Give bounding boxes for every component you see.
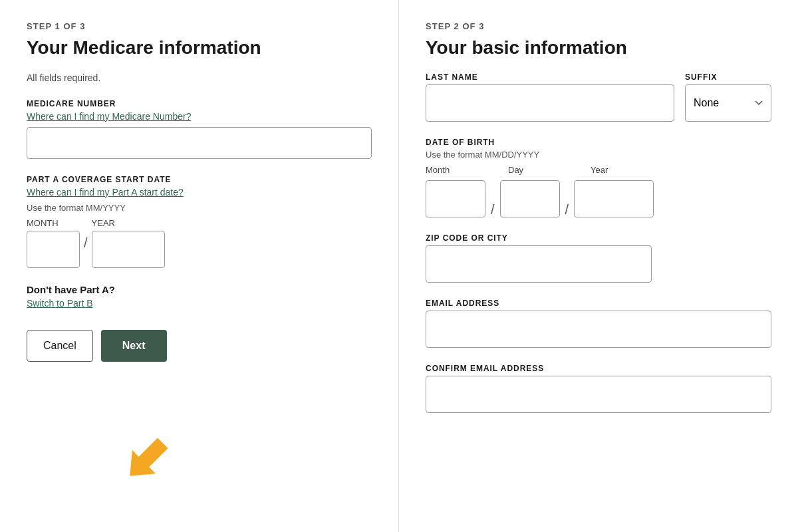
confirm-email-input[interactable] [426, 376, 771, 413]
date-separator-1: / [84, 235, 88, 251]
part-a-month-col: MONTH [27, 218, 80, 268]
dob-label: DATE OF BIRTH [426, 138, 771, 147]
dob-separator-2: / [565, 202, 569, 217]
confirm-email-label: CONFIRM EMAIL ADDRESS [426, 364, 771, 373]
zip-code-group: ZIP CODE OR CITY [426, 233, 771, 283]
dont-have-part-a-group: Don't have Part A? Switch to Part B [27, 284, 372, 309]
suffix-field: SUFFIX None Jr. Sr. II III IV [685, 72, 771, 122]
suffix-label: SUFFIX [685, 72, 771, 82]
suffix-select[interactable]: None Jr. Sr. II III IV [685, 84, 771, 122]
part-a-year-col: YEAR [92, 218, 165, 268]
dob-year-input[interactable] [574, 180, 654, 217]
button-row: Cancel Next [27, 330, 372, 362]
dob-day-input[interactable] [500, 180, 560, 217]
step-2-label: STEP 2 OF 3 [426, 21, 771, 31]
last-name-input[interactable] [426, 84, 674, 122]
right-panel: STEP 2 OF 3 Your basic information LAST … [399, 0, 798, 532]
email-group: EMAIL ADDRESS [426, 299, 771, 348]
part-a-month-input[interactable] [27, 231, 80, 268]
dob-format-hint: Use the format MM/DD/YYYY [426, 150, 771, 160]
dont-have-text: Don't have Part A? [27, 284, 372, 295]
zip-code-label: ZIP CODE OR CITY [426, 233, 771, 243]
part-a-group: PART A COVERAGE START DATE Where can I f… [27, 175, 372, 268]
step-1-label: STEP 1 OF 3 [27, 21, 372, 31]
dob-col-labels: Month Day Year [426, 165, 771, 175]
medicare-number-group: MEDICARE NUMBER Where can I find my Medi… [27, 99, 372, 159]
email-input[interactable] [426, 311, 771, 348]
email-label: EMAIL ADDRESS [426, 299, 771, 308]
dob-year-label: Year [591, 165, 608, 175]
next-arrow-icon [113, 430, 180, 489]
dob-separator-1: / [491, 202, 495, 217]
part-a-year-input[interactable] [92, 231, 165, 268]
zip-code-input[interactable] [426, 245, 652, 283]
medicare-number-label: MEDICARE NUMBER [27, 99, 372, 108]
part-a-link[interactable]: Where can I find my Part A start date? [27, 187, 372, 198]
cancel-button[interactable]: Cancel [27, 330, 93, 362]
part-a-format-hint: Use the format MM/YYYY [27, 203, 372, 213]
medicare-number-input[interactable] [27, 127, 372, 159]
dob-day-label: Day [508, 165, 568, 175]
svg-marker-0 [118, 432, 175, 488]
confirm-email-group: CONFIRM EMAIL ADDRESS [426, 364, 771, 413]
last-name-suffix-group: LAST NAME SUFFIX None Jr. Sr. II III IV [426, 72, 771, 122]
arrow-annotation [113, 430, 180, 492]
switch-to-part-b-link[interactable]: Switch to Part B [27, 298, 372, 309]
dob-month-label: Month [426, 165, 485, 175]
part-a-label: PART A COVERAGE START DATE [27, 175, 372, 184]
dob-group: DATE OF BIRTH Use the format MM/DD/YYYY … [426, 138, 771, 217]
last-name-label: LAST NAME [426, 72, 674, 82]
medicare-number-link[interactable]: Where can I find my Medicare Number? [27, 111, 372, 122]
step-2-title: Your basic information [426, 37, 771, 59]
next-button[interactable]: Next [101, 330, 167, 362]
name-suffix-row: LAST NAME SUFFIX None Jr. Sr. II III IV [426, 72, 771, 122]
step-1-title: Your Medicare information [27, 37, 372, 59]
part-a-date-row: MONTH / YEAR [27, 218, 372, 268]
dob-inputs-row: / / [426, 180, 771, 217]
part-a-year-label: YEAR [92, 218, 165, 228]
last-name-field: LAST NAME [426, 72, 674, 122]
dob-month-input[interactable] [426, 180, 485, 217]
left-panel: STEP 1 OF 3 Your Medicare information Al… [0, 0, 399, 532]
fields-required-text: All fields required. [27, 72, 372, 83]
part-a-month-label: MONTH [27, 218, 80, 228]
